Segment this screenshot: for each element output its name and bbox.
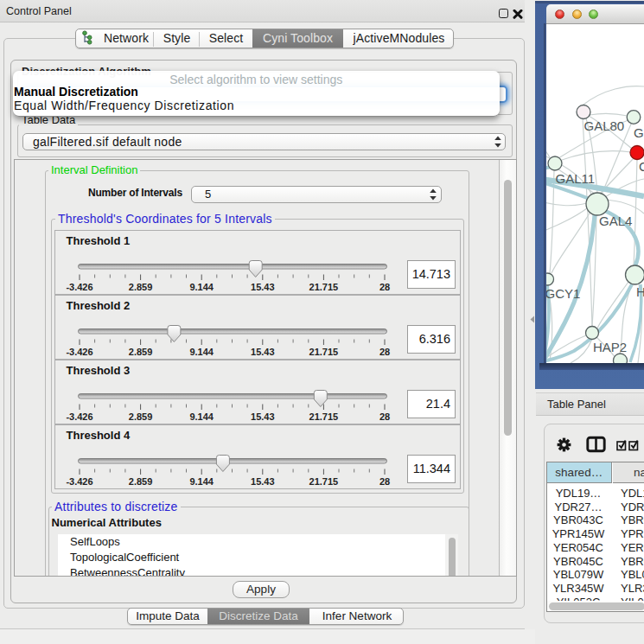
svg-text:-3.426: -3.426	[66, 476, 92, 487]
svg-text:GCY1: GCY1	[546, 286, 580, 301]
svg-text:21.715: 21.715	[309, 347, 338, 357]
svg-text:15.43: 15.43	[251, 347, 275, 357]
svg-text:21.715: 21.715	[309, 476, 338, 487]
svg-text:2.859: 2.859	[128, 347, 152, 357]
svg-text:9.144: 9.144	[189, 476, 214, 487]
svg-text:GAL4: GAL4	[599, 214, 632, 228]
svg-text:15.43: 15.43	[251, 476, 275, 487]
svg-text:28: 28	[379, 347, 389, 357]
svg-text:28: 28	[379, 282, 389, 292]
svg-text:H: H	[636, 284, 644, 299]
svg-text:GAL11: GAL11	[556, 171, 596, 186]
svg-text:2.859: 2.859	[128, 476, 152, 487]
svg-text:28: 28	[379, 411, 389, 422]
svg-text:2.859: 2.859	[128, 411, 152, 422]
svg-text:21.715: 21.715	[309, 282, 338, 292]
svg-text:21.715: 21.715	[309, 411, 338, 422]
svg-text:HAP2: HAP2	[593, 340, 627, 354]
svg-text:15.43: 15.43	[251, 411, 275, 422]
svg-text:-3.426: -3.426	[66, 347, 92, 357]
svg-text:9.144: 9.144	[189, 282, 214, 292]
svg-text:C: C	[639, 159, 644, 174]
svg-text:2.859: 2.859	[128, 282, 152, 292]
svg-text:9.144: 9.144	[189, 347, 214, 357]
svg-text:-3.426: -3.426	[66, 411, 92, 422]
svg-text:G.: G.	[634, 125, 644, 140]
svg-text:-3.426: -3.426	[66, 282, 92, 292]
svg-text:GAL80: GAL80	[584, 118, 625, 133]
svg-text:15.43: 15.43	[251, 282, 275, 292]
svg-text:28: 28	[379, 476, 389, 487]
svg-text:9.144: 9.144	[189, 411, 214, 422]
